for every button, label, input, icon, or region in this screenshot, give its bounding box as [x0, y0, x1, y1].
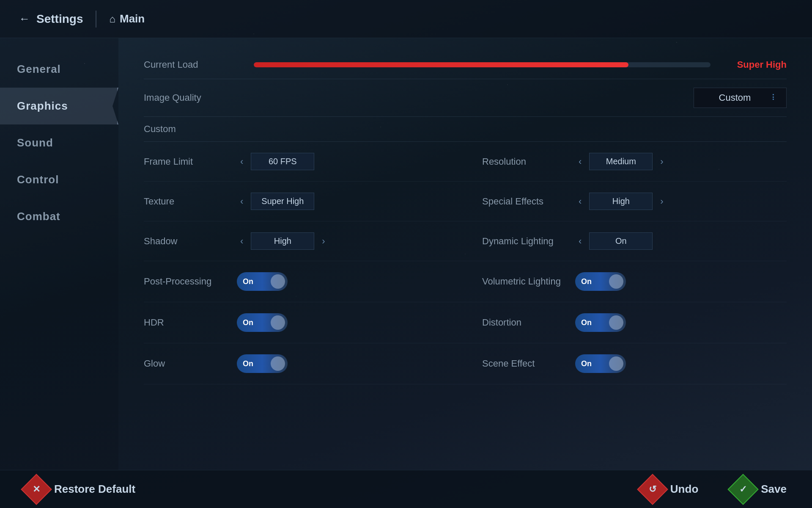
glow-toggle[interactable]: On	[237, 354, 288, 373]
resolution-right-arrow[interactable]: ›	[657, 155, 667, 169]
load-bar-fill	[254, 62, 628, 67]
save-icon: ✓	[727, 474, 759, 505]
image-quality-dropdown[interactable]: Custom ⠇	[694, 88, 787, 108]
save-button[interactable]: ✓ Save	[732, 478, 787, 500]
texture-control: ‹ Super High	[237, 193, 314, 210]
texture-left-arrow[interactable]: ‹	[237, 194, 247, 209]
restore-default-button[interactable]: ✕ Restore Default	[25, 478, 135, 500]
custom-label-row: Custom	[144, 117, 787, 142]
scene-effect-label: Scene Effect	[482, 358, 567, 369]
load-bar	[254, 62, 710, 67]
post-processing-knob	[271, 274, 285, 289]
frame-limit-label: Frame Limit	[144, 156, 228, 167]
frame-limit-left-arrow[interactable]: ‹	[237, 155, 247, 169]
special-effects-control: ‹ High ›	[575, 193, 667, 210]
undo-arrow-icon: ↺	[649, 484, 656, 495]
hdr-toggle[interactable]: On	[237, 313, 288, 332]
sidebar: General Graphics Sound Control Combat	[0, 38, 118, 470]
back-button[interactable]: ← Settings	[17, 11, 83, 27]
hdr-knob	[271, 315, 285, 330]
settings-grid: Frame Limit ‹ 60 FPS Resolution ‹ Medium…	[144, 142, 787, 384]
setting-texture: Texture ‹ Super High	[144, 182, 465, 221]
special-effects-right-arrow[interactable]: ›	[657, 194, 667, 209]
home-icon: ⌂	[109, 13, 115, 25]
back-arrow-icon: ←	[17, 11, 32, 27]
hdr-label: HDR	[144, 317, 228, 328]
setting-glow: Glow On	[144, 343, 465, 384]
load-value: Super High	[727, 59, 787, 70]
setting-resolution: Resolution ‹ Medium ›	[465, 142, 787, 182]
dynamic-lighting-label: Dynamic Lighting	[482, 236, 567, 247]
header: ← Settings ⌂ Main	[0, 0, 812, 38]
main-button[interactable]: ⌂ Main	[109, 12, 145, 25]
main-label: Main	[120, 12, 145, 25]
shadow-left-arrow[interactable]: ‹	[237, 234, 247, 248]
dynamic-lighting-value: On	[589, 232, 653, 250]
image-quality-value: Custom	[702, 92, 767, 103]
sidebar-item-graphics[interactable]: Graphics	[0, 88, 118, 124]
setting-special-effects: Special Effects ‹ High ›	[465, 182, 787, 221]
dropdown-arrow-icon: ⠇	[771, 93, 778, 103]
texture-label: Texture	[144, 196, 228, 207]
glow-label: Glow	[144, 358, 228, 369]
distortion-on-label: On	[581, 318, 592, 327]
custom-section-label: Custom	[144, 124, 176, 134]
volumetric-lighting-on-label: On	[581, 277, 592, 286]
setting-distortion: Distortion On	[465, 302, 787, 343]
sidebar-sound-label: Sound	[17, 136, 53, 149]
setting-post-processing: Post-Processing On	[144, 261, 465, 302]
sidebar-general-label: General	[17, 63, 61, 75]
distortion-toggle[interactable]: On	[575, 313, 626, 332]
post-processing-on-label: On	[243, 277, 253, 286]
sidebar-graphics-label: Graphics	[17, 99, 68, 112]
undo-label: Undo	[670, 483, 698, 496]
current-load-label: Current Load	[144, 59, 237, 70]
volumetric-lighting-knob	[609, 274, 623, 289]
check-icon: ✓	[739, 484, 747, 495]
restore-icon: ✕	[21, 474, 52, 505]
save-label: Save	[761, 483, 787, 496]
footer-right-actions: ↺ Undo ✓ Save	[642, 478, 787, 500]
shadow-label: Shadow	[144, 236, 228, 247]
post-processing-label: Post-Processing	[144, 276, 228, 287]
scene-effect-toggle[interactable]: On	[575, 354, 626, 373]
undo-button[interactable]: ↺ Undo	[642, 478, 698, 500]
distortion-label: Distortion	[482, 317, 567, 328]
setting-volumetric-lighting: Volumetric Lighting On	[465, 261, 787, 302]
setting-dynamic-lighting: Dynamic Lighting ‹ On	[465, 221, 787, 261]
sidebar-item-sound[interactable]: Sound	[0, 124, 118, 161]
sidebar-control-label: Control	[17, 173, 59, 186]
frame-limit-value: 60 FPS	[251, 153, 314, 170]
current-load-row: Current Load Super High	[144, 51, 787, 79]
special-effects-value: High	[589, 193, 653, 210]
resolution-left-arrow[interactable]: ‹	[575, 155, 585, 169]
setting-shadow: Shadow ‹ High ›	[144, 221, 465, 261]
header-divider	[96, 11, 96, 28]
restore-label: Restore Default	[54, 483, 135, 496]
special-effects-left-arrow[interactable]: ‹	[575, 194, 585, 209]
setting-hdr: HDR On	[144, 302, 465, 343]
hdr-on-label: On	[243, 318, 253, 327]
special-effects-label: Special Effects	[482, 196, 567, 207]
image-quality-row: Image Quality Custom ⠇	[144, 79, 787, 117]
undo-icon: ↺	[637, 474, 668, 505]
sidebar-item-combat[interactable]: Combat	[0, 198, 118, 235]
x-icon: ✕	[33, 484, 40, 495]
image-quality-label: Image Quality	[144, 92, 694, 103]
main-layout: General Graphics Sound Control Combat Cu…	[0, 38, 812, 470]
sidebar-combat-label: Combat	[17, 210, 60, 223]
shadow-value: High	[251, 232, 314, 250]
content-area: Current Load Super High Image Quality Cu…	[118, 38, 812, 470]
frame-limit-control: ‹ 60 FPS	[237, 153, 314, 170]
dynamic-lighting-control: ‹ On	[575, 232, 653, 250]
sidebar-item-general[interactable]: General	[0, 51, 118, 88]
setting-frame-limit: Frame Limit ‹ 60 FPS	[144, 142, 465, 182]
settings-title: Settings	[36, 12, 83, 26]
volumetric-lighting-toggle[interactable]: On	[575, 272, 626, 291]
resolution-control: ‹ Medium ›	[575, 153, 667, 170]
texture-value: Super High	[251, 193, 314, 210]
shadow-right-arrow[interactable]: ›	[318, 234, 328, 248]
post-processing-toggle[interactable]: On	[237, 272, 288, 291]
dynamic-lighting-left-arrow[interactable]: ‹	[575, 234, 585, 248]
sidebar-item-control[interactable]: Control	[0, 161, 118, 198]
